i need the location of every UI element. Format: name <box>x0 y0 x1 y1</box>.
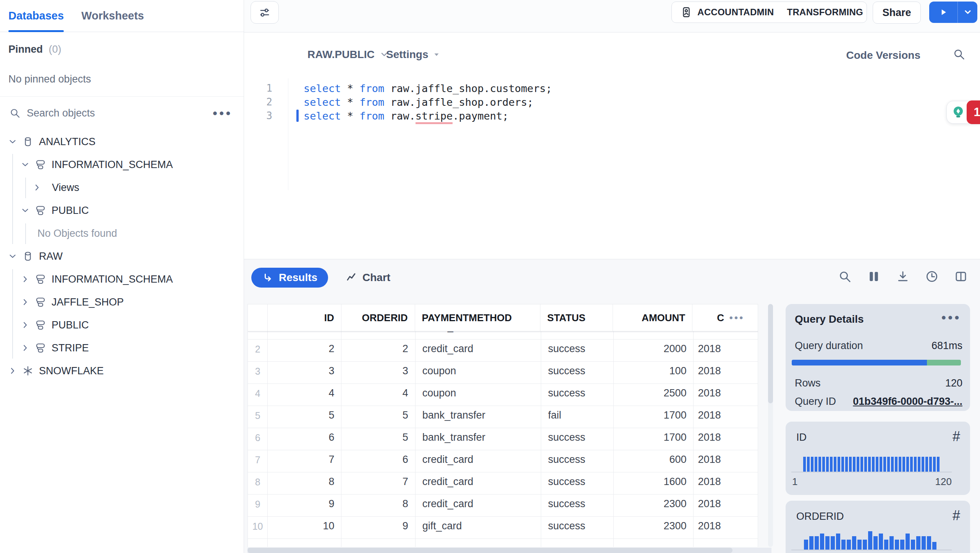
run-options-button[interactable] <box>958 2 977 23</box>
tree-item-label: SNOWFLAKE <box>39 365 104 377</box>
schema-icon <box>35 319 46 331</box>
histogram-bar <box>927 536 931 550</box>
table-row[interactable]: 665bank_transfersuccess17002018 <box>248 428 758 450</box>
scrollbar-thumb[interactable] <box>247 548 733 553</box>
column-stats-card-id[interactable]: ID # 1 120 <box>786 422 970 495</box>
chevron-right-icon[interactable] <box>32 183 42 192</box>
table-cell: 3 <box>341 362 415 383</box>
column-header-rownum[interactable] <box>248 304 268 331</box>
table-cell: credit_card <box>416 495 541 516</box>
tab-results[interactable]: Results <box>251 268 328 288</box>
search-results-icon[interactable] <box>838 270 852 283</box>
column-header-amount[interactable]: AMOUNT <box>613 304 692 331</box>
query-id-row: Query ID 01b349f6-0000-d793-... <box>795 396 962 407</box>
tab-worksheets-label: Worksheets <box>81 10 144 22</box>
chevron-down-icon[interactable] <box>20 160 30 170</box>
column-header-paymentmethod[interactable]: PAYMENTMETHOD <box>415 304 540 331</box>
query-id-link[interactable]: 01b349f6-0000-d793-... <box>853 396 962 407</box>
code-block[interactable]: 1select * from raw.jaffle_shop.customers… <box>244 81 980 123</box>
horizontal-scrollbar[interactable] <box>247 548 771 553</box>
tree-item-views[interactable]: Views <box>0 176 244 199</box>
table-cell: 10 <box>268 517 341 538</box>
tab-chart[interactable]: Chart <box>346 268 390 288</box>
worksheet-options-button[interactable] <box>251 1 279 24</box>
table-cell: 4 <box>341 384 415 406</box>
history-icon[interactable] <box>925 270 939 283</box>
table-row[interactable]: 998credit_cardsuccess23002018 <box>248 495 758 517</box>
sql-editor[interactable]: RAW.PUBLIC Settings Code Versions 1selec… <box>244 32 980 259</box>
tree-item-public[interactable]: PUBLIC <box>0 199 244 222</box>
editor-search-icon[interactable] <box>953 48 965 61</box>
chevron-down-icon[interactable] <box>8 137 18 147</box>
sidebar-more-menu-icon[interactable]: ●●● <box>212 109 232 117</box>
table-row[interactable]: 111credit_cardsuccess10002018 <box>248 331 758 340</box>
copilot-suggestion-button[interactable]: 1 <box>946 101 980 124</box>
column-stats-title: ORDERID <box>796 511 844 522</box>
tree-item-raw[interactable]: RAW <box>0 245 244 268</box>
schema-icon <box>35 296 46 308</box>
share-button[interactable]: Share <box>873 2 921 24</box>
split-pane-icon[interactable] <box>954 270 968 283</box>
vertical-scrollbar[interactable] <box>768 304 773 547</box>
tree-item-information-schema[interactable]: INFORMATION_SCHEMA <box>0 268 244 291</box>
chevron-down-icon[interactable] <box>20 205 30 215</box>
tab-results-label: Results <box>279 272 317 284</box>
table-row[interactable]: 444couponsuccess25002018 <box>248 384 758 406</box>
chevron-right-icon[interactable] <box>20 297 30 307</box>
table-cell <box>541 539 614 547</box>
tree-item-snowflake[interactable]: SNOWFLAKE <box>0 359 244 382</box>
table-row[interactable]: 10109gift_cardsuccess23002018 <box>248 517 758 539</box>
scrollbar-thumb[interactable] <box>768 304 773 403</box>
tree-item-analytics[interactable]: ANALYTICS <box>0 130 244 153</box>
code-line[interactable]: 2select * from raw.jaffle_shop.orders; <box>244 95 980 109</box>
column-stats-card-orderid[interactable]: ORDERID # <box>786 501 970 553</box>
table-row[interactable]: 333couponsuccess1002018 <box>248 362 758 384</box>
code-line[interactable]: 3select * from raw.stripe.payment; <box>244 109 980 123</box>
histogram-bar <box>895 540 899 550</box>
chevron-down-icon[interactable] <box>8 251 18 261</box>
columns-icon[interactable] <box>867 270 881 283</box>
tab-databases[interactable]: Databases <box>8 0 64 32</box>
histogram-bar <box>831 536 835 550</box>
tree-item-information-schema[interactable]: INFORMATION_SCHEMA <box>0 153 244 176</box>
chevron-right-icon[interactable] <box>20 343 30 353</box>
chevron-right-icon[interactable] <box>8 366 18 376</box>
column-header-id[interactable]: ID <box>268 304 341 331</box>
results-toolbar-icons <box>838 270 968 283</box>
triangle-down-icon <box>433 51 440 58</box>
column-header-orderid[interactable]: ORDERID <box>341 304 415 331</box>
table-row[interactable]: 555bank_transferfail17002018 <box>248 406 758 428</box>
snowsight-worksheet: Databases Worksheets Pinned (0) No pinne… <box>0 0 980 553</box>
table-cell: 1700 <box>614 428 694 450</box>
tree-item-stripe[interactable]: STRIPE <box>0 336 244 359</box>
table-cell: 2 <box>248 340 268 361</box>
histogram-bar <box>868 457 871 472</box>
table-cell: 2018 <box>694 472 758 494</box>
histogram-bar <box>864 457 867 472</box>
chevron-right-icon[interactable] <box>20 274 30 284</box>
tree-item-public[interactable]: PUBLIC <box>0 314 244 336</box>
download-icon[interactable] <box>896 270 910 283</box>
role-warehouse-selector[interactable]: ACCOUNTADMIN TRANSFORMING <box>671 2 867 23</box>
table-cell <box>341 539 415 547</box>
code-versions-button[interactable]: Code Versions <box>846 49 920 61</box>
code-line[interactable]: 1select * from raw.jaffle_shop.customers… <box>244 81 980 95</box>
table-row[interactable]: 222credit_cardsuccess20002018 <box>248 340 758 362</box>
table-row[interactable] <box>248 539 758 547</box>
table-cell: 5 <box>248 406 268 428</box>
hidden-columns-icon[interactable]: ●●● <box>729 304 744 331</box>
object-search[interactable]: Search objects ●●● <box>9 103 232 123</box>
table-row[interactable]: 887credit_cardsuccess16002018 <box>248 472 758 495</box>
query-details-menu-icon[interactable]: ●●● <box>941 313 961 322</box>
table-row[interactable]: 776credit_cardsuccess6002018 <box>248 450 758 472</box>
database-context-selector[interactable]: RAW.PUBLIC <box>307 46 389 63</box>
run-button[interactable] <box>929 2 958 23</box>
column-header-c[interactable]: C <box>692 304 758 331</box>
tree-item-jaffle-shop[interactable]: JAFFLE_SHOP <box>0 291 244 314</box>
table-cell: 2018 <box>694 406 758 428</box>
table-cell <box>614 539 694 547</box>
settings-menu[interactable]: Settings <box>386 46 440 63</box>
chevron-right-icon[interactable] <box>20 320 30 330</box>
column-header-status[interactable]: STATUS <box>540 304 613 331</box>
tab-worksheets[interactable]: Worksheets <box>81 0 144 32</box>
